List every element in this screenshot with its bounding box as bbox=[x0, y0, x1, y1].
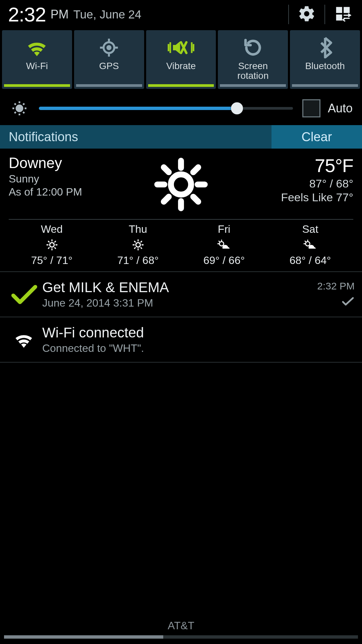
sun-icon bbox=[45, 237, 59, 252]
weather-feels-like: Feels Like 77° bbox=[215, 191, 353, 204]
clear-notifications-button[interactable]: Clear bbox=[272, 125, 362, 149]
grid-icon bbox=[334, 5, 352, 24]
footer: AT&T bbox=[0, 620, 362, 644]
toggle-wifi[interactable]: Wi-Fi bbox=[2, 30, 72, 89]
clock-date: Tue, June 24 bbox=[73, 8, 141, 21]
toggle-label: Wi-Fi bbox=[26, 61, 48, 71]
notification-subtitle: Connected to "WHT". bbox=[42, 342, 355, 355]
footer-handle[interactable] bbox=[4, 635, 358, 639]
weather-condition: Sunny bbox=[9, 173, 147, 185]
quick-panel-grid-button[interactable] bbox=[331, 3, 355, 26]
svg-point-4 bbox=[107, 45, 112, 50]
sun-cloud-icon bbox=[302, 237, 318, 252]
clock-ampm: PM bbox=[51, 7, 69, 21]
forecast-temps: 75° / 71° bbox=[31, 254, 72, 267]
svg-point-6 bbox=[171, 174, 191, 195]
vibrate-mute-icon bbox=[168, 36, 194, 59]
notification-wifi[interactable]: Wi-Fi connected Connected to "WHT". bbox=[0, 317, 362, 362]
toggle-label: Vibrate bbox=[166, 61, 196, 71]
brightness-slider[interactable] bbox=[39, 102, 293, 115]
notification-subtitle: June 24, 2014 3:31 PM bbox=[42, 297, 298, 309]
header-divider bbox=[288, 5, 289, 24]
wifi-icon bbox=[24, 36, 50, 59]
svg-point-9 bbox=[219, 241, 224, 246]
footer-handle-fill bbox=[4, 635, 163, 639]
svg-point-10 bbox=[305, 241, 310, 246]
notifications-title: Notifications bbox=[0, 125, 272, 149]
gps-icon bbox=[98, 36, 120, 59]
wifi-icon bbox=[5, 330, 42, 349]
forecast-day: Thu 71° / 68° bbox=[95, 223, 181, 267]
carrier-label: AT&T bbox=[0, 620, 362, 632]
forecast-day-label: Sat bbox=[302, 223, 318, 235]
notification-time: 2:32 PM bbox=[317, 280, 355, 292]
sun-icon bbox=[147, 155, 215, 213]
forecast-row: Wed 75° / 71° Thu 71° / 68° Fri 69° / 66… bbox=[9, 223, 353, 271]
toggle-vibrate[interactable]: Vibrate bbox=[146, 30, 216, 89]
forecast-day-label: Thu bbox=[129, 223, 147, 235]
forecast-day-label: Wed bbox=[41, 223, 63, 235]
check-icon bbox=[341, 297, 355, 309]
brightness-icon bbox=[9, 100, 29, 117]
svg-rect-0 bbox=[336, 7, 342, 13]
toggle-label: Screen rotation bbox=[237, 61, 268, 81]
sun-icon bbox=[131, 237, 145, 252]
svg-point-5 bbox=[16, 105, 23, 112]
forecast-day: Wed 75° / 71° bbox=[9, 223, 95, 267]
brightness-auto-checkbox[interactable] bbox=[302, 99, 320, 117]
brightness-row: Auto bbox=[0, 92, 362, 125]
svg-point-7 bbox=[50, 243, 54, 247]
toggle-bluetooth[interactable]: Bluetooth bbox=[290, 30, 360, 89]
forecast-temps: 69° / 66° bbox=[203, 254, 245, 267]
bluetooth-icon bbox=[318, 36, 333, 59]
brightness-auto-label: Auto bbox=[328, 101, 353, 115]
toggle-indicator bbox=[292, 84, 358, 87]
toggle-indicator bbox=[4, 84, 70, 87]
svg-rect-1 bbox=[344, 7, 350, 13]
toggle-indicator bbox=[148, 84, 214, 87]
forecast-day: Fri 69° / 66° bbox=[181, 223, 267, 267]
svg-rect-2 bbox=[336, 14, 342, 20]
toggle-screen-rotation[interactable]: Screen rotation bbox=[218, 30, 288, 89]
gear-icon bbox=[298, 5, 316, 24]
clock-time: 2:32 bbox=[8, 3, 46, 26]
toggle-gps[interactable]: GPS bbox=[74, 30, 144, 89]
notifications-header: Notifications Clear bbox=[0, 125, 362, 149]
notification-title: Get MILK & ENEMA bbox=[42, 279, 298, 296]
forecast-day-label: Fri bbox=[218, 223, 230, 235]
check-icon bbox=[5, 284, 42, 305]
slider-thumb[interactable] bbox=[231, 102, 243, 114]
notification-reminder[interactable]: Get MILK & ENEMA June 24, 2014 3:31 PM 2… bbox=[0, 272, 362, 317]
weather-temp: 75°F bbox=[215, 155, 353, 176]
toggle-label: Bluetooth bbox=[305, 61, 345, 71]
weather-city: Downey bbox=[9, 155, 147, 171]
weather-card[interactable]: Downey Sunny As of 12:00 PM 75°F 87° / 6… bbox=[0, 149, 362, 271]
rotation-icon bbox=[243, 36, 263, 59]
toggle-indicator bbox=[76, 84, 142, 87]
status-row: 2:32 PM Tue, June 24 bbox=[0, 0, 362, 29]
forecast-temps: 68° / 64° bbox=[290, 254, 331, 267]
forecast-day: Sat 68° / 64° bbox=[267, 223, 353, 267]
forecast-temps: 71° / 68° bbox=[117, 254, 159, 267]
row-divider bbox=[0, 362, 362, 363]
slider-fill bbox=[39, 107, 237, 110]
weather-hilo: 87° / 68° bbox=[215, 177, 353, 190]
quick-toggles-row: Wi-Fi GPS Vibrate bbox=[0, 29, 362, 92]
header-divider bbox=[324, 5, 325, 24]
notification-title: Wi-Fi connected bbox=[42, 325, 355, 341]
weather-divider bbox=[9, 219, 353, 220]
toggle-indicator bbox=[220, 84, 286, 87]
svg-point-8 bbox=[136, 243, 140, 247]
sun-cloud-icon bbox=[216, 237, 232, 252]
toggle-label: GPS bbox=[99, 61, 119, 71]
settings-button[interactable] bbox=[295, 3, 318, 26]
weather-asof: As of 12:00 PM bbox=[9, 186, 147, 198]
